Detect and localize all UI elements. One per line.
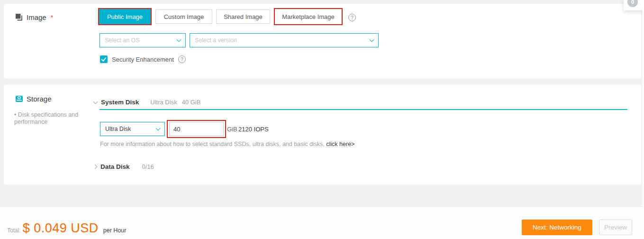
disk-info-body: For more information about how to select… (100, 141, 326, 147)
required-asterisk: * (51, 14, 53, 21)
data-disk-label: Data Disk (100, 163, 130, 170)
security-enhancement-checkbox[interactable] (100, 55, 108, 63)
storage-section-title: Storage (27, 95, 52, 103)
data-disk-toggle[interactable]: Data Disk 0/16 (93, 163, 154, 170)
collapse-chevron-icon (93, 99, 98, 104)
disk-size-input[interactable] (169, 122, 224, 136)
storage-icon (15, 95, 23, 103)
checkout-footer-bar: Total: $ 0.049 USD per Hour Next: Networ… (0, 206, 644, 239)
version-select[interactable]: Select a version (190, 33, 379, 47)
os-select[interactable]: Select an OS (100, 33, 186, 47)
tab-custom-image[interactable]: Custom Image (155, 9, 212, 24)
disk-info-text: For more information about how to select… (100, 141, 354, 147)
system-disk-summary-type: Ultra Disk (150, 99, 177, 106)
disk-type-select[interactable]: Ultra Disk (100, 122, 165, 136)
system-disk-toggle[interactable]: System Disk Ultra Disk 40 GiB (94, 99, 200, 106)
scrollbar-track[interactable] (642, 10, 644, 239)
chevron-down-icon (370, 37, 374, 42)
highlight-box-marketplace-image: Marketplace Image (274, 8, 343, 25)
image-section-header: Image * (15, 13, 53, 21)
price-summary: Total: $ 0.049 USD per Hour (7, 207, 126, 239)
os-select-placeholder: Select an OS (105, 37, 177, 44)
image-help-icon[interactable]: ? (348, 14, 356, 21)
preview-button[interactable]: Preview (599, 220, 632, 235)
version-select-placeholder: Select a version (195, 37, 370, 44)
image-section-card: Image * Public Image Custom Image Shared… (4, 4, 641, 79)
disk-type-value: Ultra Disk (105, 126, 156, 132)
click-here-link[interactable]: click here> (326, 141, 354, 147)
tab-public-image[interactable]: Public Image (99, 9, 151, 24)
chevron-down-icon (156, 126, 161, 131)
security-enhancement-row: Security Enhancement ? (100, 55, 186, 63)
system-disk-label: System Disk (101, 99, 139, 106)
security-enhancement-label: Security Enhancement (112, 56, 174, 63)
highlight-box-disk-size (167, 120, 226, 138)
image-section-title: Image (27, 13, 46, 21)
expand-chevron-icon (93, 165, 98, 169)
system-disk-divider (100, 109, 627, 110)
chevron-down-icon (177, 37, 181, 42)
total-price: $ 0.049 USD (23, 221, 99, 236)
price-period: per Hour (103, 227, 127, 234)
system-disk-summary-size: 40 GiB (182, 99, 201, 106)
disk-specs-link[interactable]: • Disk specifications and performance (14, 111, 89, 126)
tab-marketplace-image[interactable]: Marketplace Image (275, 9, 342, 24)
data-disk-count: 0/16 (142, 163, 154, 170)
storage-section-header: Storage (15, 95, 52, 103)
highlight-box-public-image: Public Image (98, 8, 152, 25)
tab-shared-image[interactable]: Shared Image (216, 9, 270, 24)
next-networking-button[interactable]: Next: Networking (522, 220, 592, 235)
image-icon (15, 13, 23, 21)
storage-section-card: Storage • Disk specifications and perfor… (4, 84, 641, 185)
ecs-purchase-page: { "header_widget": { "badge_count": "0" … (0, 0, 644, 239)
security-enhancement-help-icon[interactable]: ? (178, 55, 186, 63)
disk-iops-value: 2120 IOPS (238, 126, 269, 133)
disk-size-unit: GiB (227, 126, 237, 133)
total-label: Total: (7, 227, 21, 234)
